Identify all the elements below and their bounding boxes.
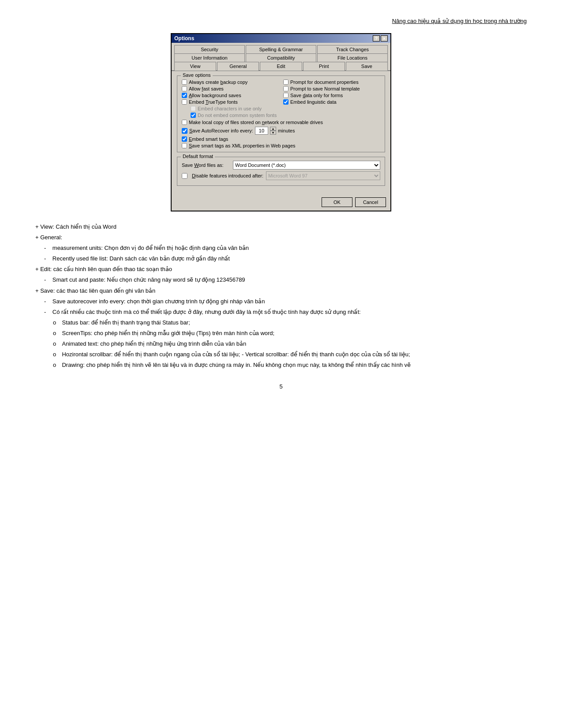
disable-features-select[interactable]: Microsoft Word 97	[266, 171, 380, 180]
tabs-row3: View General Edit Print Save	[172, 61, 390, 71]
label-background-saves: Allow background saves	[189, 93, 241, 98]
sub-bullet-0: o Status bar: để hiển thị thanh trạng th…	[53, 318, 527, 328]
tabs-row2: User Information Compatibility File Loca…	[172, 53, 390, 61]
checkbox-make-local[interactable]	[182, 120, 187, 125]
option-embed-chars: Embed characters in use only	[182, 106, 279, 111]
tab-file-locations[interactable]: File Locations	[317, 53, 388, 62]
option-prompt-normal: Prompt to save Normal template	[283, 86, 380, 91]
body-line6: - Smart cut and paste: Nếu chọn chức năn…	[44, 275, 527, 285]
option-background-saves: Allow background saves	[182, 93, 279, 98]
label-autorecover: Save AutoRecover info every:	[189, 128, 253, 133]
label-smart-tags-xml: Save smart tags as XML properties in Web…	[189, 143, 296, 148]
titlebar-buttons: ? ×	[373, 35, 388, 41]
sub-bullet-2: o Animated text: cho phép hiển thị những…	[53, 339, 527, 349]
disable-features-row: Disable features introduced after: Micro…	[182, 171, 380, 180]
checkbox-prompt-normal[interactable]	[283, 86, 288, 91]
tab-general[interactable]: General	[217, 62, 259, 71]
save-word-row: Save Word files as: Word Document (*.doc…	[182, 161, 380, 170]
save-word-select[interactable]: Word Document (*.doc)	[233, 161, 380, 170]
tab-print[interactable]: Print	[303, 62, 345, 71]
option-no-embed-system: Do not embed common system fonts	[182, 113, 279, 118]
header-title: Nâng cao hiệu quả sử dụng tin học trong …	[392, 18, 527, 24]
sub-bullet-1: o ScreenTips: cho phép hiển thị những mẫ…	[53, 328, 527, 338]
dialog-content: Save options Always create backup copy P…	[172, 71, 390, 195]
label-fast-saves: Allow fast saves	[189, 86, 224, 91]
body-line7: + Save: các thao tác liên quan đến ghi v…	[35, 286, 527, 296]
checkbox-embed-truetype[interactable]	[182, 99, 187, 105]
default-format-title: Default format	[181, 154, 215, 159]
body-line2: + General:	[35, 233, 527, 242]
label-embed-chars: Embed characters in use only	[198, 106, 262, 111]
body-text: + View: Cách hiển thị của Word + General…	[35, 222, 527, 370]
tab-user-information[interactable]: User Information	[174, 53, 245, 62]
sub-bullet-3: o Hozirontal scrollbar: để hiển thị than…	[53, 350, 527, 359]
option-fast-saves: Allow fast saves	[182, 86, 279, 91]
dialog-buttons: OK Cancel	[172, 195, 390, 211]
save-options-section: Save options Always create backup copy P…	[177, 75, 385, 152]
page-number: 5	[35, 383, 527, 390]
checkbox-embed-chars[interactable]	[191, 106, 196, 111]
body-line1: + View: Cách hiển thị của Word	[35, 222, 527, 232]
autorecover-row: Save AutoRecover info every: ▲ ▼ minutes	[182, 127, 380, 135]
options-grid: Always create backup copy Prompt for doc…	[182, 79, 380, 118]
checkbox-background-saves[interactable]	[182, 93, 187, 98]
body-line4: - Recently used file list: Danh sách các…	[44, 254, 527, 264]
option-embed-linguistic: Embed linguistic data	[283, 99, 380, 105]
tabs-row1: Security Spelling & Grammar Track Change…	[172, 43, 390, 53]
option-make-local: Make local copy of files stored on netwo…	[182, 120, 380, 125]
checkbox-disable-features[interactable]	[182, 173, 187, 179]
label-save-data-forms: Save data only for forms	[290, 93, 343, 98]
spinner-arrows: ▲ ▼	[270, 127, 276, 135]
label-minutes: minutes	[278, 128, 295, 133]
label-embed-smart-tags: Embed smart tags	[189, 136, 228, 142]
page-header: Nâng cao hiệu quả sử dụng tin học trong …	[35, 18, 527, 24]
close-button[interactable]: ×	[381, 35, 388, 41]
option-backup-copy: Always create backup copy	[182, 79, 279, 85]
body-line3: - measurement units: Chọn đơn vị đo để h…	[44, 243, 527, 253]
checkbox-save-data-forms[interactable]	[283, 93, 288, 98]
tab-save[interactable]: Save	[346, 62, 388, 71]
option-prompt-doc-props: Prompt for document properties	[283, 79, 380, 85]
option-save-data-forms: Save data only for forms	[283, 93, 380, 98]
checkbox-embed-smart-tags[interactable]	[182, 136, 187, 142]
checkbox-fast-saves[interactable]	[182, 86, 187, 91]
help-button[interactable]: ?	[373, 35, 380, 41]
tab-edit[interactable]: Edit	[260, 62, 302, 71]
cancel-button[interactable]: Cancel	[355, 197, 386, 207]
tab-compatibility[interactable]: Compatibility	[246, 53, 316, 62]
tab-spelling[interactable]: Spelling & Grammar	[246, 45, 316, 53]
body-line8: - Save autorecover info every: chọn thời…	[44, 297, 527, 306]
checkbox-backup-copy[interactable]	[182, 79, 187, 85]
dialog-title: Options	[174, 35, 194, 41]
ok-button[interactable]: OK	[322, 197, 352, 207]
checkbox-embed-linguistic[interactable]	[283, 99, 288, 105]
spinner-down[interactable]: ▼	[270, 131, 276, 135]
disable-features-label: Disable features introduced after:	[192, 173, 263, 178]
checkbox-prompt-doc-props[interactable]	[283, 79, 288, 85]
body-line5: + Edit: các cấu hình liên quan đến thao …	[35, 264, 527, 274]
option-embed-smart-tags: Embed smart tags	[182, 136, 380, 142]
dialog-titlebar: Options ? ×	[172, 34, 390, 43]
sub-bullet-4: o Drawing: cho phép hiển thị hình vẽ lên…	[53, 360, 527, 370]
save-options-title: Save options	[181, 72, 213, 78]
label-embed-truetype: Embed TrueType fonts	[189, 99, 238, 105]
autorecover-input[interactable]	[255, 127, 268, 135]
label-backup-copy: Always create backup copy	[189, 79, 247, 85]
option-smart-tags-xml: Save smart tags as XML properties in Web…	[182, 143, 380, 148]
label-no-embed-system: Do not embed common system fonts	[198, 113, 277, 118]
spinner-up[interactable]: ▲	[270, 127, 276, 131]
tab-view[interactable]: View	[174, 62, 216, 71]
save-word-label: Save Word files as:	[182, 162, 230, 168]
label-prompt-normal: Prompt to save Normal template	[290, 86, 360, 91]
default-format-section: Default format Save Word files as: Word …	[177, 157, 385, 186]
checkbox-no-embed-system[interactable]	[191, 113, 196, 118]
tab-track-changes[interactable]: Track Changes	[317, 45, 388, 53]
label-prompt-doc-props: Prompt for document properties	[290, 79, 359, 85]
label-embed-linguistic: Embed linguistic data	[290, 99, 337, 105]
label-make-local: Make local copy of files stored on netwo…	[189, 120, 323, 125]
dialog-wrapper: Options ? × Security Spelling & Grammar …	[35, 33, 527, 211]
tab-security[interactable]: Security	[174, 45, 245, 53]
checkbox-autorecover[interactable]	[182, 128, 187, 134]
checkbox-smart-tags-xml[interactable]	[182, 143, 187, 148]
body-line9: - Có rất nhiều các thuộc tính mà có thể …	[44, 307, 527, 317]
